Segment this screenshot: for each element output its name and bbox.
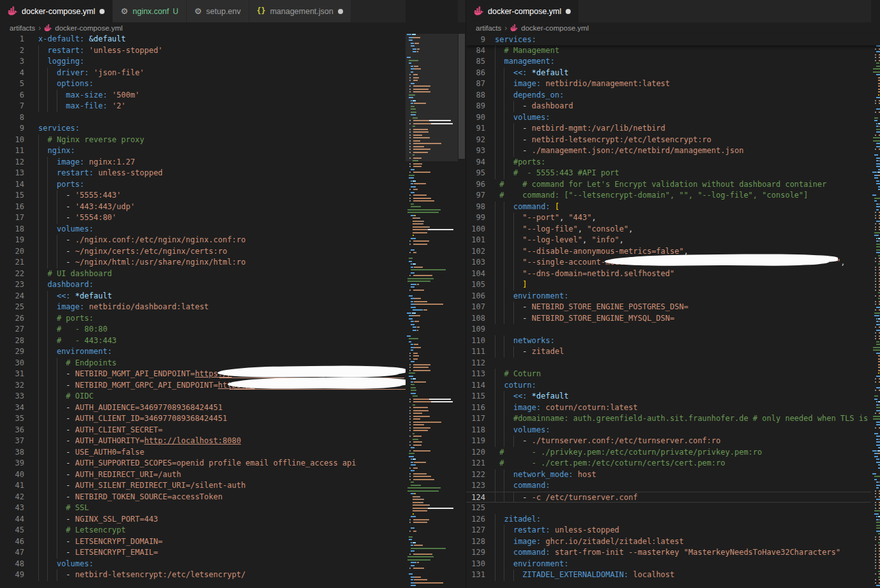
code-line[interactable]: 24 <<: *default — [0, 291, 466, 302]
line-number[interactable]: 8 — [0, 112, 24, 124]
sticky-scroll-line[interactable]: 9services: — [466, 34, 880, 45]
line-number[interactable]: 113 — [466, 369, 485, 380]
code-line[interactable]: 22 # UI dashboard — [0, 268, 466, 280]
line-number[interactable]: 92 — [466, 135, 485, 146]
line-number[interactable]: 119 — [466, 436, 485, 447]
code-line[interactable]: 19 - ./nginx.conf:/etc/nginx/nginx.conf:… — [0, 235, 466, 246]
line-number[interactable]: 89 — [466, 101, 485, 112]
line-number[interactable]: 115 — [466, 391, 485, 402]
code-line[interactable]: 122 network_mode: host — [466, 469, 880, 481]
line-number[interactable]: 88 — [466, 90, 485, 101]
line-number[interactable]: 103 — [466, 257, 485, 268]
line-number[interactable]: 14 — [0, 179, 24, 191]
line-number[interactable]: 12 — [0, 157, 24, 168]
minimap-right[interactable] — [871, 0, 880, 588]
line-number[interactable]: 29 — [0, 346, 24, 358]
line-number[interactable]: 23 — [0, 279, 24, 291]
code-line[interactable]: 120 # - ./privkey.pem:/etc/coturn/privat… — [466, 447, 880, 459]
code-editor-right[interactable]: 84 # Management85 management:86 <<: *def… — [466, 34, 880, 588]
code-line[interactable]: 25 image: netbirdio/dashboard:latest — [0, 302, 466, 313]
line-number[interactable]: 18 — [0, 224, 24, 235]
line-number[interactable]: 34 — [0, 402, 24, 414]
code-line[interactable]: 130 environment: — [466, 559, 880, 570]
code-line[interactable]: 32 - NETBIRD_MGMT_GRPC_API_ENDPOINT=http… — [0, 380, 466, 392]
code-line[interactable]: 91 - netbird-mgmt:/var/lib/netbird — [466, 123, 880, 135]
line-number[interactable]: 85 — [466, 56, 485, 68]
code-line[interactable]: 111 - zitadel — [466, 346, 880, 358]
code-line[interactable]: 128 image: ghcr.io/zitadel/zitadel:lates… — [466, 536, 880, 548]
line-number[interactable]: 129 — [466, 547, 485, 559]
line-number[interactable]: 35 — [0, 413, 24, 425]
code-line[interactable]: 38 - USE_AUTH0=false — [0, 447, 466, 459]
line-number[interactable]: 37 — [0, 436, 24, 447]
code-line[interactable]: 11 nginx: — [0, 145, 466, 157]
code-line[interactable]: 123 command: — [466, 480, 880, 492]
code-line[interactable]: 43 # SSL — [0, 503, 466, 514]
code-line[interactable]: 40 - AUTH_REDIRECT_URI=/auth — [0, 469, 466, 481]
line-number[interactable]: 25 — [0, 302, 24, 313]
code-line[interactable]: 104 "--dns-domain=netbird.selfhosted" — [466, 268, 880, 280]
line-number[interactable]: 122 — [466, 469, 485, 481]
line-number[interactable]: 121 — [466, 458, 485, 469]
line-number[interactable]: 9 — [466, 34, 485, 45]
scrollbar-left[interactable] — [458, 0, 466, 588]
line-number[interactable]: 47 — [0, 547, 24, 559]
code-line[interactable]: 90 volumes: — [466, 112, 880, 124]
code-line[interactable]: 23 dashboard: — [0, 279, 466, 291]
line-number[interactable]: 104 — [466, 268, 485, 280]
code-line[interactable]: 87 image: netbirdio/management:latest — [466, 78, 880, 90]
code-line[interactable]: 6 max-size: '500m' — [0, 90, 466, 101]
line-number[interactable]: 48 — [0, 559, 24, 570]
code-line[interactable]: 27 # - 80:80 — [0, 324, 466, 335]
code-line[interactable]: 103 "--single-account-mode-domain=", — [466, 257, 880, 268]
line-number[interactable]: 116 — [466, 402, 485, 414]
code-line[interactable]: 45 # Letsencrypt — [0, 525, 466, 536]
line-number[interactable]: 110 — [466, 335, 485, 347]
line-number[interactable]: 20 — [0, 246, 24, 258]
line-number[interactable]: 49 — [0, 570, 24, 581]
code-line[interactable]: 85 management: — [466, 56, 880, 68]
line-number[interactable]: 114 — [466, 380, 485, 392]
code-line[interactable]: 92 - netbird-letsencrypt:/etc/letsencryp… — [466, 135, 880, 146]
line-number[interactable]: 123 — [466, 480, 485, 492]
code-line[interactable]: 10 # Nginx reverse proxy — [0, 135, 466, 146]
line-number[interactable]: 108 — [466, 313, 485, 325]
scrollbar-thumb[interactable] — [458, 34, 465, 159]
line-number[interactable]: 107 — [466, 302, 485, 313]
code-line[interactable]: 88 depends_on: — [466, 90, 880, 101]
code-line[interactable]: 33 # OIDC — [0, 391, 466, 402]
line-number[interactable]: 95 — [466, 168, 485, 179]
minimap-left[interactable] — [406, 0, 458, 588]
line-number[interactable]: 96 — [466, 179, 485, 191]
code-line[interactable]: 89 - dashboard — [466, 101, 880, 112]
line-number[interactable]: 4 — [0, 68, 24, 79]
code-line[interactable]: 9services: — [0, 123, 466, 135]
code-line[interactable]: 44 - NGINX_SSL_PORT=443 — [0, 514, 466, 526]
code-line[interactable]: 110 networks: — [466, 335, 880, 347]
code-line[interactable]: 13 restart: unless-stopped — [0, 168, 466, 179]
line-number[interactable]: 41 — [0, 480, 24, 492]
code-line[interactable]: 126 zitadel: — [466, 514, 880, 526]
line-number[interactable]: 27 — [0, 324, 24, 335]
line-number[interactable]: 128 — [466, 536, 485, 548]
code-line[interactable]: 114 coturn: — [466, 380, 880, 392]
code-line[interactable]: 21 - ~/nginx/html:/usr/share/nginx/html:… — [0, 257, 466, 268]
code-line[interactable]: 86 <<: *default — [466, 68, 880, 79]
breadcrumb-file[interactable]: docker-compose.yml — [55, 24, 122, 32]
line-number[interactable]: 17 — [0, 212, 24, 224]
line-number[interactable]: 125 — [466, 503, 485, 514]
code-line[interactable]: 105 ] — [466, 279, 880, 291]
code-line[interactable]: 112 — [466, 358, 880, 369]
line-number[interactable]: 21 — [0, 257, 24, 268]
code-line[interactable]: 14 ports: — [0, 179, 466, 191]
line-number[interactable]: 93 — [466, 145, 485, 157]
line-number[interactable]: 1 — [0, 34, 24, 45]
line-number[interactable]: 9 — [0, 123, 24, 135]
code-line[interactable]: 16 - '443:443/udp' — [0, 202, 466, 213]
code-line[interactable]: 100 "--log-file", "console", — [466, 224, 880, 235]
code-line[interactable]: 20 - ~/nginx/certs:/etc/nginx/certs:ro — [0, 246, 466, 258]
line-number[interactable]: 7 — [0, 101, 24, 112]
line-number[interactable]: 42 — [0, 492, 24, 503]
code-editor-left[interactable]: 1x-default: &default2 restart: 'unless-s… — [0, 34, 466, 588]
line-number[interactable]: 118 — [466, 425, 485, 436]
